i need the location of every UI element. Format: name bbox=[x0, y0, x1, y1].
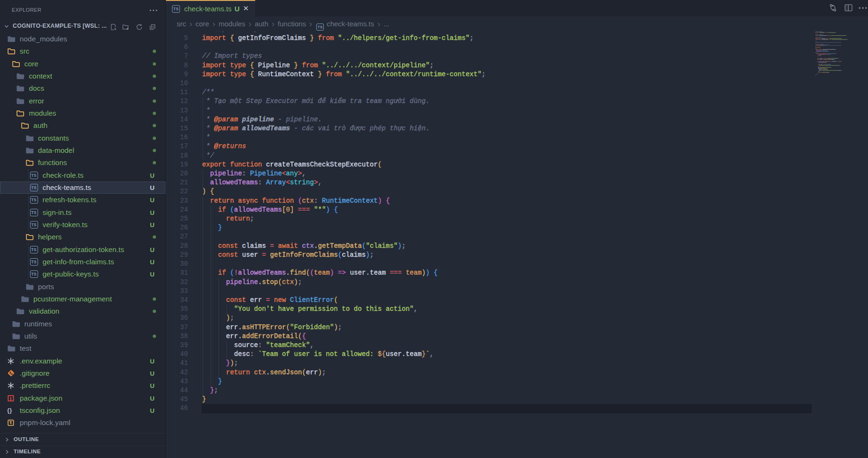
svg-text:Y: Y bbox=[9, 421, 13, 426]
